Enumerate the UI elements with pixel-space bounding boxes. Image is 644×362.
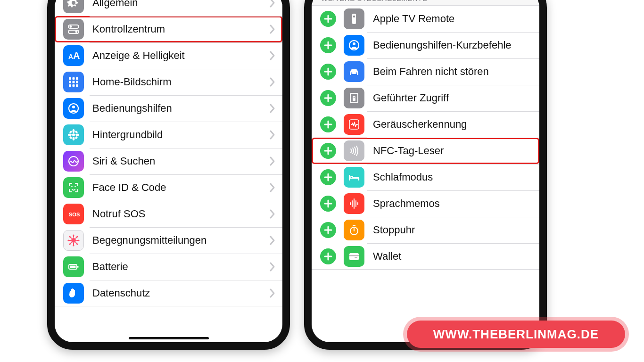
control-row-waveform[interactable]: Sprachmemos bbox=[312, 190, 539, 217]
home-indicator bbox=[129, 337, 209, 339]
chevron-right-icon bbox=[269, 130, 276, 140]
settings-row-label: Kontrollzentrum bbox=[92, 23, 269, 35]
control-row-wallet[interactable]: Wallet bbox=[312, 243, 539, 270]
chevron-right-icon bbox=[269, 235, 276, 246]
svg-rect-48 bbox=[77, 266, 79, 268]
person-icon bbox=[63, 98, 84, 119]
control-row-label: Stoppuhr bbox=[373, 224, 533, 236]
settings-row-gear[interactable]: Allgemein bbox=[55, 0, 282, 16]
svg-point-41 bbox=[67, 239, 69, 241]
add-control-button[interactable] bbox=[320, 64, 336, 80]
settings-row-label: Datenschutz bbox=[92, 287, 269, 299]
settings-row-battery[interactable]: Batterie bbox=[55, 254, 282, 280]
settings-row-grid[interactable]: Home-Bildschirm bbox=[55, 69, 282, 95]
add-control-button[interactable] bbox=[320, 116, 336, 132]
controls-list: Apple TV RemoteBedienungshilfen-Kurzbefe… bbox=[312, 6, 539, 270]
sound-icon bbox=[344, 114, 364, 135]
control-row-car[interactable]: Beim Fahren nicht stören bbox=[312, 58, 539, 85]
control-row-lock[interactable]: Geführter Zugriff bbox=[312, 85, 539, 111]
svg-rect-9 bbox=[69, 81, 71, 83]
svg-rect-69 bbox=[355, 257, 357, 258]
svg-point-51 bbox=[353, 16, 355, 17]
settings-row-label: Batterie bbox=[92, 261, 269, 273]
screen-left: AllgemeinKontrollzentrumAAAnzeige & Hell… bbox=[55, 0, 282, 342]
settings-row-switches[interactable]: Kontrollzentrum bbox=[55, 16, 282, 42]
chevron-right-icon bbox=[269, 156, 276, 166]
gear-icon bbox=[63, 0, 84, 13]
add-control-button[interactable] bbox=[320, 248, 336, 264]
settings-row-label: Begegnungsmitteilungen bbox=[92, 234, 269, 247]
control-row-remote[interactable]: Apple TV Remote bbox=[312, 6, 539, 32]
chevron-right-icon bbox=[269, 0, 276, 8]
control-row-label: Beim Fahren nicht stören bbox=[373, 66, 533, 78]
settings-row-virus[interactable]: Begegnungsmitteilungen bbox=[55, 227, 282, 254]
svg-text:A: A bbox=[68, 53, 73, 60]
settings-row-flower[interactable]: Hintergrundbild bbox=[55, 122, 282, 148]
settings-row-label: Anzeige & Helligkeit bbox=[92, 49, 269, 62]
control-row-stopwatch[interactable]: Stoppuhr bbox=[312, 217, 539, 243]
control-row-label: Apple TV Remote bbox=[373, 13, 533, 25]
control-row-nfc[interactable]: NFC-Tag-Leser bbox=[312, 138, 539, 164]
remote-icon bbox=[344, 8, 364, 29]
svg-point-17 bbox=[72, 133, 75, 136]
svg-point-43 bbox=[69, 236, 70, 237]
settings-row-label: Bedienungshilfen bbox=[92, 102, 269, 115]
svg-point-1 bbox=[70, 25, 72, 28]
add-control-button[interactable] bbox=[320, 11, 336, 27]
watermark-badge: WWW.THEBERLINMAG.DE bbox=[407, 321, 625, 348]
chevron-right-icon bbox=[269, 50, 276, 61]
settings-row-label: Face ID & Code bbox=[92, 181, 269, 194]
section-header: WEITERE STEUERELEMENTE bbox=[312, 0, 539, 6]
svg-rect-57 bbox=[353, 98, 355, 101]
control-row-label: Geführter Zugriff bbox=[373, 92, 533, 104]
svg-point-40 bbox=[73, 245, 74, 246]
control-row-sound[interactable]: Geräuscherkennung bbox=[312, 111, 539, 138]
chevron-right-icon bbox=[269, 182, 276, 193]
textsize-icon: AA bbox=[63, 45, 84, 66]
chevron-right-icon bbox=[269, 103, 276, 114]
control-row-person[interactable]: Bedienungshilfen-Kurzbefehle bbox=[312, 32, 539, 58]
svg-rect-12 bbox=[69, 84, 71, 87]
bed-icon bbox=[344, 167, 364, 188]
settings-row-label: Allgemein bbox=[92, 0, 269, 9]
svg-point-19 bbox=[73, 137, 75, 140]
control-row-label: Sprachmemos bbox=[373, 197, 533, 210]
settings-row-hand[interactable]: Datenschutz bbox=[55, 280, 282, 306]
siri-icon bbox=[63, 151, 84, 172]
svg-point-42 bbox=[78, 239, 79, 241]
svg-point-53 bbox=[353, 42, 355, 45]
svg-point-39 bbox=[73, 234, 74, 236]
svg-point-28 bbox=[74, 186, 76, 188]
add-control-button[interactable] bbox=[320, 37, 336, 53]
svg-point-54 bbox=[351, 73, 353, 74]
svg-rect-8 bbox=[76, 77, 78, 80]
waveform-icon bbox=[344, 193, 364, 214]
control-row-bed[interactable]: Schlafmodus bbox=[312, 164, 539, 190]
svg-point-3 bbox=[75, 31, 78, 33]
add-control-button[interactable] bbox=[320, 196, 336, 212]
settings-row-faceid[interactable]: Face ID & Code bbox=[55, 174, 282, 201]
settings-row-person[interactable]: Bedienungshilfen bbox=[55, 95, 282, 122]
add-control-button[interactable] bbox=[320, 169, 336, 185]
svg-point-18 bbox=[73, 129, 75, 133]
settings-row-siri[interactable]: Siri & Suchen bbox=[55, 148, 282, 174]
car-icon bbox=[344, 61, 364, 82]
svg-rect-6 bbox=[69, 77, 71, 80]
add-control-button[interactable] bbox=[320, 222, 336, 238]
chevron-right-icon bbox=[269, 24, 276, 34]
svg-rect-10 bbox=[73, 81, 75, 83]
svg-text:A: A bbox=[73, 50, 80, 61]
settings-row-textsize[interactable]: AAAnzeige & Helligkeit bbox=[55, 42, 282, 69]
svg-point-16 bbox=[72, 106, 75, 108]
svg-point-27 bbox=[71, 186, 73, 188]
settings-row-sos[interactable]: SOSNotruf SOS bbox=[55, 201, 282, 227]
lock-icon bbox=[344, 88, 364, 108]
svg-rect-14 bbox=[76, 84, 78, 87]
battery-icon bbox=[63, 256, 84, 277]
phone-frame-right: WEITERE STEUERELEMENTE Apple TV RemoteBe… bbox=[304, 0, 547, 350]
person-icon bbox=[344, 35, 364, 56]
add-control-button[interactable] bbox=[320, 90, 336, 106]
svg-rect-49 bbox=[70, 266, 76, 268]
control-row-label: Schlafmodus bbox=[373, 171, 533, 183]
add-control-button[interactable] bbox=[320, 143, 336, 159]
